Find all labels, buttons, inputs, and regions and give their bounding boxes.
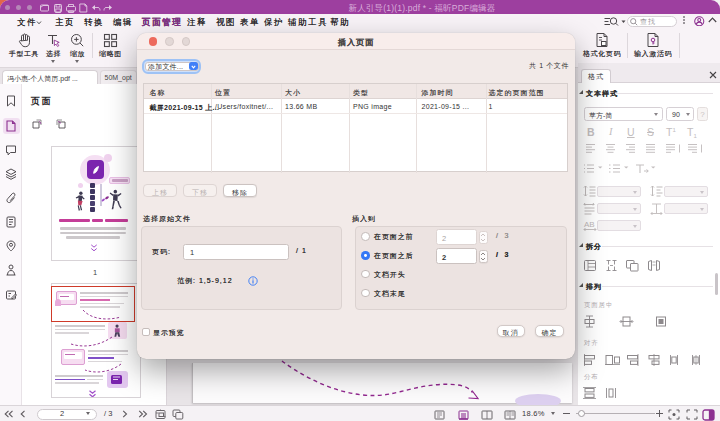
svg-text:AB: AB [584,220,595,229]
